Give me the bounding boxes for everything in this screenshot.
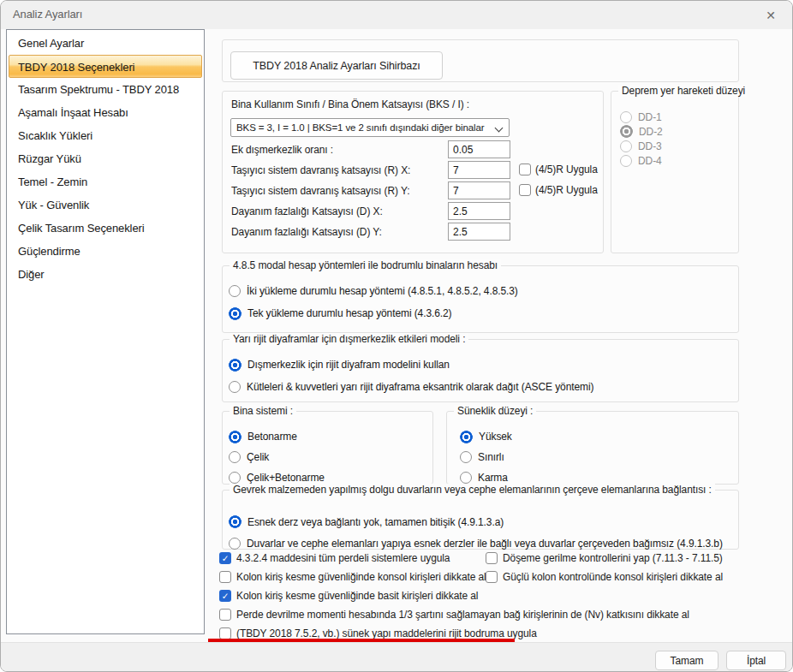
checkbox-guclu-kolon-kontrolunde-konsol-kirisleri[interactable]: Güçlü kolon kontrolünde konsol kirişleri… <box>486 568 723 586</box>
radio-option-kutleleri-kuvvetleri-yari-rijit-diyafram[interactable]: Kütleleri & kuvvetleri yarı rijit diyafr… <box>229 376 593 398</box>
close-icon[interactable]: ✕ <box>762 7 779 24</box>
analysis-settings-dialog: Analiz Ayarları ✕ Genel AyarlarTBDY 2018… <box>0 0 793 672</box>
ek-dismerkezlik-orani-input[interactable] <box>448 140 510 158</box>
modal-hesap-groupbox: 4.8.5 modal hesap yöntemleri ile bodruml… <box>222 265 739 333</box>
sidebar-item-celik-tasarim-secenekleri[interactable]: Çelik Tasarım Seçenekleri <box>7 217 204 240</box>
radio-icon[interactable] <box>460 431 473 443</box>
radio-label: DD-2 <box>639 126 663 138</box>
radio-option-dd-3: DD-3 <box>620 139 663 153</box>
bks-label: Bina Kullanım Sınıfı / Bina Önem Katsayı… <box>231 98 469 110</box>
extra-option[interactable]: (4/5)R Uygula <box>519 184 598 196</box>
radio-label: İki yükleme durumlu hesap yöntemi (4.8.5… <box>247 285 518 297</box>
radio-option-dismerkezlik-icin-rijit-diyafram-modelin[interactable]: Dışmerkezlik için rijit diyafram modelin… <box>229 354 593 376</box>
field-label: Dayanım fazlalığı Katsayısı (D) X: <box>231 205 383 217</box>
diyafram-groupbox: Yarı rijit diyaframlar için dışmerkezlik… <box>222 339 739 402</box>
modal-hesap-group-title: 4.8.5 modal hesap yöntemleri ile bodruml… <box>230 259 501 271</box>
bks-groupbox: Bina Kullanım Sınıfı / Bina Önem Katsayı… <box>222 91 604 253</box>
extra-option[interactable]: (4/5)R Uygula <box>519 164 598 175</box>
radio-label: DD-4 <box>638 155 662 167</box>
checkbox-label: Güçlü kolon kontrolünde konsol kirişleri… <box>503 571 723 583</box>
radio-option-sinirli[interactable]: Sınırlı <box>460 447 512 467</box>
deprem-group-title: Deprem yer hareketi düzeyi : <box>618 85 747 97</box>
checkbox-perde-devrilme-momenti-hesabinda-1-3-sar[interactable]: Perde devrilme momenti hesabında 1/3 şar… <box>219 605 689 624</box>
wizard-button[interactable]: TBDY 2018 Analiz Ayarları Sihirbazı <box>230 51 443 80</box>
sidebar-item-tasarim-spektrumu-tbdy-2018[interactable]: Tasarım Spektrumu - TBDY 2018 <box>7 78 204 101</box>
checkbox-icon[interactable] <box>219 627 231 639</box>
radio-label: Çelik <box>247 451 269 463</box>
bks-combobox-value: BKS = 3, I = 1.0 | BKS=1 ve 2 sınıfı dış… <box>236 122 484 133</box>
bks-combobox[interactable]: BKS = 3, I = 1.0 | BKS=1 ve 2 sınıfı dış… <box>230 118 510 137</box>
radio-label: DD-3 <box>638 140 662 152</box>
gevrek-options: Esnek derz veya bağlantı yok, tamamen bi… <box>229 511 723 554</box>
sidebar-item-diger[interactable]: Diğer <box>7 263 204 286</box>
radio-icon[interactable] <box>229 515 241 528</box>
sidebar-item-sicaklik-yukleri[interactable]: Sıcaklık Yükleri <box>7 124 204 147</box>
dayanim-fazlaligi-katsayisi-d-x-input[interactable] <box>448 202 510 220</box>
radio-icon[interactable] <box>229 431 241 443</box>
checkbox-label: (4/5)R Uygula <box>535 184 598 196</box>
sidebar-item-genel-ayarlar[interactable]: Genel Ayarlar <box>7 32 204 55</box>
radio-option-dd-1: DD-1 <box>620 110 663 124</box>
radio-label: Yüksek <box>479 431 512 443</box>
bina-sistemi-group-title: Bina sistemi : <box>230 405 296 417</box>
form-row-dayanim-fazlaligi-katsayisi-d-x: Dayanım fazlalığı Katsayısı (D) X: <box>223 202 603 221</box>
sidebar-item-guclendirme[interactable]: Güçlendirme <box>7 240 204 263</box>
radio-icon[interactable] <box>229 538 241 550</box>
radio-option-celik[interactable]: Çelik <box>229 447 325 467</box>
checkbox-icon[interactable]: ✓ <box>219 590 231 602</box>
checkbox-list-right: Döşeme gerilme kontrollerini yap (7.11.3… <box>486 549 723 586</box>
radio-icon[interactable] <box>229 381 241 393</box>
tasiyici-sistem-davranis-katsayisi-r-x-input[interactable] <box>448 161 510 179</box>
sidebar-item-asamali-insaat-hesabi[interactable]: Aşamalı İnşaat Hesabı <box>7 101 204 124</box>
checkbox-icon[interactable] <box>486 552 498 564</box>
checkbox-icon[interactable] <box>486 571 498 583</box>
radio-icon[interactable] <box>229 359 241 372</box>
radio-icon[interactable] <box>229 285 241 297</box>
radio-option-betonarme[interactable]: Betonarme <box>229 426 325 447</box>
radio-icon[interactable] <box>460 451 472 463</box>
checkbox-kolon-kiris-kesme-guvenliginde-basit-kir[interactable]: ✓Kolon kiriş kesme güvenliğinde basit ki… <box>219 586 689 605</box>
radio-icon[interactable] <box>460 472 472 484</box>
checkbox-label: Kolon kiriş kesme güvenliğinde basit kir… <box>236 590 478 602</box>
radio-label: Esnek derz veya bağlantı yok, tamamen bi… <box>247 516 504 528</box>
checkbox-icon[interactable] <box>219 609 231 621</box>
gevrek-groupbox: Gevrek malzemeden yapılmış dolgu duvarla… <box>222 490 739 550</box>
checkbox-icon[interactable]: ✓ <box>219 552 231 564</box>
dialog-title: Analiz Ayarları <box>13 8 82 21</box>
radio-option-dd-4: DD-4 <box>620 153 663 168</box>
radio-icon <box>620 155 632 167</box>
radio-label: Betonarme <box>247 431 297 443</box>
sidebar-item-tbdy-2018-secenekleri[interactable]: TBDY 2018 Seçenekleri <box>9 55 202 78</box>
checkbox-icon[interactable] <box>219 571 231 583</box>
checkbox-icon[interactable] <box>519 184 531 196</box>
sidebar-item-temel-zemin[interactable]: Temel - Zemin <box>7 170 204 193</box>
checkbox-icon[interactable] <box>519 164 531 175</box>
radio-label: Kütleleri & kuvvetleri yarı rijit diyafr… <box>247 381 593 393</box>
diyafram-options: Dışmerkezlik için rijit diyafram modelin… <box>229 354 593 398</box>
radio-label: Dışmerkezlik için rijit diyafram modelin… <box>247 359 450 371</box>
form-row-tasiyici-sistem-davranis-katsayisi-r-y: Taşıyıcı sistem davranış katsayısı (R) Y… <box>223 181 603 200</box>
cancel-button[interactable]: İptal <box>726 651 786 670</box>
field-label: Taşıyıcı sistem davranış katsayısı (R) X… <box>231 164 410 176</box>
radio-icon[interactable] <box>229 472 241 484</box>
form-row-ek-dismerkezlik-orani: Ek dışmerkezlik oranı : <box>223 140 603 159</box>
checkbox-doseme-gerilme-kontrollerini-yap-7-11-3-[interactable]: Döşeme gerilme kontrollerini yap (7.11.3… <box>486 549 723 568</box>
radio-icon[interactable] <box>229 307 241 320</box>
diyafram-group-title: Yarı rijit diyaframlar için dışmerkezlik… <box>230 333 468 345</box>
deprem-groupbox: Deprem yer hareketi düzeyi : DD-1DD-2DD-… <box>611 91 739 253</box>
radio-icon <box>620 111 632 123</box>
ok-button[interactable]: Tamam <box>655 651 718 670</box>
dayanim-fazlaligi-katsayisi-d-y-input[interactable] <box>448 223 510 241</box>
radio-option-tek-yukleme-durumlu-hesap-yontemi-4-3-6-[interactable]: Tek yükleme durumlu hesap yöntemi (4.3.6… <box>229 302 518 324</box>
wizard-groupbox: TBDY 2018 Analiz Ayarları Sihirbazı <box>222 39 739 82</box>
radio-option-iki-yukleme-durumlu-hesap-yontemi-4-8-5-[interactable]: İki yükleme durumlu hesap yöntemi (4.8.5… <box>229 280 518 302</box>
settings-sidebar: Genel AyarlarTBDY 2018 SeçenekleriTasarı… <box>6 29 205 634</box>
sidebar-item-ruzgar-yuku[interactable]: Rüzgar Yükü <box>7 147 204 170</box>
radio-icon[interactable] <box>229 451 241 463</box>
radio-option-yuksek[interactable]: Yüksek <box>460 426 512 447</box>
radio-option-esnek-derz-veya-baglanti-yok-tamamen-bit[interactable]: Esnek derz veya bağlantı yok, tamamen bi… <box>229 511 723 532</box>
radio-icon <box>620 140 632 152</box>
chevron-down-icon <box>495 124 504 133</box>
sidebar-item-yuk-guvenlik[interactable]: Yük - Güvenlik <box>7 193 204 217</box>
tasiyici-sistem-davranis-katsayisi-r-y-input[interactable] <box>448 181 510 199</box>
